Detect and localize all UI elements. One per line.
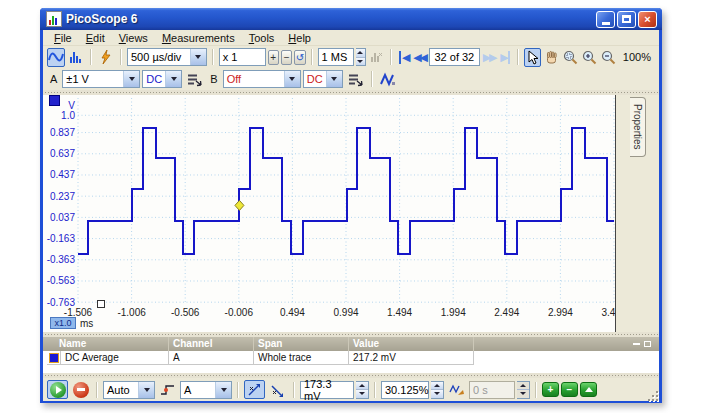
buffer-position-value: 32 of 32 xyxy=(434,51,474,63)
trigger-delay-input[interactable]: 0 s xyxy=(469,381,515,399)
channel-a-range-value: ±1 V xyxy=(63,73,123,85)
channel-a-coupling-select[interactable]: DC xyxy=(142,70,182,88)
menu-item-measurements[interactable]: Measurements xyxy=(155,32,242,44)
channel-a-range-select[interactable]: ±1 V xyxy=(62,70,140,88)
falling-edge-button[interactable] xyxy=(267,380,288,399)
measurement-channel: A xyxy=(169,351,254,365)
axis-offset-handle[interactable] xyxy=(97,300,105,308)
separator xyxy=(311,49,313,65)
add-measurement-button[interactable]: + xyxy=(542,382,559,397)
separator xyxy=(90,49,92,65)
hand-tool-button[interactable] xyxy=(543,48,560,67)
measurements-column-header-span[interactable]: Span xyxy=(254,337,349,351)
dropdown-arrow-icon xyxy=(123,71,139,87)
stop-capture-button[interactable] xyxy=(70,380,91,399)
properties-tab[interactable]: Properties xyxy=(630,97,646,157)
zoom-reset-button[interactable]: ↺ xyxy=(294,50,305,65)
scope-mode-button[interactable] xyxy=(47,48,65,67)
trigger-delay-spinner[interactable] xyxy=(517,381,530,399)
channel-a-options-button[interactable] xyxy=(184,70,205,89)
measurements-column-header-channel[interactable]: Channel xyxy=(169,337,254,351)
trigger-marker[interactable] xyxy=(235,200,244,210)
zoom-multiplier-value: x 1 xyxy=(223,51,238,63)
dropdown-arrow-icon xyxy=(284,71,300,87)
trigger-level-value: 173.3 mV xyxy=(304,378,350,402)
pre-trigger-input[interactable]: 30.125% xyxy=(381,381,429,399)
measurement-name: DC Average xyxy=(61,351,169,365)
timebase-select[interactable]: 500 µs/div xyxy=(127,48,207,66)
title-bar[interactable]: PicoScope 6 × xyxy=(40,8,662,30)
channel-options-icon xyxy=(348,72,363,87)
last-buffer-icon: ▶ xyxy=(500,51,509,64)
first-buffer-icon: ◀ xyxy=(399,51,408,64)
channel-options-icon xyxy=(187,72,202,87)
separator xyxy=(374,382,376,398)
trigger-level-spinner[interactable] xyxy=(356,381,369,399)
zoom-multiplier-increase-button[interactable]: + xyxy=(268,50,279,65)
measurement-row[interactable]: DC AverageAWhole trace217.2 mV xyxy=(43,351,659,365)
maximize-button[interactable] xyxy=(617,11,636,28)
first-buffer-button[interactable]: ◀ xyxy=(397,48,411,66)
channel-b-options-button[interactable] xyxy=(345,70,366,89)
trigger-marker-button[interactable] xyxy=(157,380,178,399)
rising-edge-button[interactable] xyxy=(244,380,265,399)
post-trigger-delay-button[interactable] xyxy=(446,380,467,399)
cursor-arrow-icon xyxy=(525,50,539,65)
zoom-out-tool-button[interactable] xyxy=(600,48,617,67)
spectrum-bars-icon xyxy=(68,49,84,65)
menu-item-tools[interactable]: Tools xyxy=(242,32,282,44)
measurement-color-swatch xyxy=(47,351,61,365)
last-buffer-button[interactable]: ▶ xyxy=(498,48,512,66)
menu-item-views[interactable]: Views xyxy=(112,32,155,44)
next-buffer-button[interactable]: ▶▶ xyxy=(482,48,496,66)
measurements-column-header-name[interactable]: Name xyxy=(47,337,169,351)
channel-a-label: A xyxy=(47,73,60,85)
zoom-multiplier-display[interactable]: x 1 xyxy=(219,48,266,66)
samples-spinner[interactable] xyxy=(356,48,366,66)
falling-edge-icon xyxy=(270,382,285,397)
measurements-column-header-value[interactable]: Value xyxy=(349,337,474,351)
dropdown-arrow-icon xyxy=(215,382,231,398)
trigger-toolbar: Auto A 173.3 mV xyxy=(43,378,659,401)
channel-b-coupling-select[interactable]: DC xyxy=(303,70,343,88)
go-icon xyxy=(50,382,66,398)
minimize-icon xyxy=(602,22,610,25)
channel-a-axis-indicator[interactable] xyxy=(49,95,60,106)
x-tick-label: 1.494 xyxy=(387,307,412,318)
measurements-panel: NameChannelSpanValue DC AverageAWhole tr… xyxy=(43,337,659,373)
panel-maximize-icon[interactable] xyxy=(644,341,651,347)
y-tick-label: 1.0 xyxy=(61,110,75,121)
spectrum-mode-button[interactable] xyxy=(67,48,85,67)
channel-b-range-select[interactable]: Off xyxy=(223,70,301,88)
delete-measurement-button[interactable]: − xyxy=(561,382,578,397)
edit-measurement-button[interactable] xyxy=(580,382,597,397)
x-tick-label: -1.006 xyxy=(117,307,146,318)
y-tick-label: 0.037 xyxy=(50,212,75,223)
trigger-source-select[interactable]: A xyxy=(180,381,232,399)
trigger-level-input[interactable]: 173.3 mV xyxy=(300,381,354,399)
menu-item-edit[interactable]: Edit xyxy=(79,32,112,44)
panel-minimize-icon[interactable] xyxy=(633,343,640,345)
resize-grip[interactable] xyxy=(646,389,658,401)
window-zoom-tool-button[interactable] xyxy=(562,48,579,67)
signal-generator-button[interactable] xyxy=(97,48,115,67)
previous-buffer-button[interactable]: ◀◀ xyxy=(413,48,427,66)
trigger-delay-value: 0 s xyxy=(473,384,488,396)
normal-selection-tool-button[interactable] xyxy=(524,48,541,67)
dropdown-arrow-icon xyxy=(326,71,342,87)
menu-item-file[interactable]: File xyxy=(47,32,79,44)
math-waveform-icon xyxy=(380,72,396,87)
x-scale-badge[interactable]: x1.0 xyxy=(50,317,76,329)
start-capture-button[interactable] xyxy=(47,380,68,399)
waveform-chart[interactable]: V1.00.8370.6370.4370.2370.037-0.163-0.36… xyxy=(43,95,615,332)
zoom-in-tool-button[interactable] xyxy=(581,48,598,67)
pre-trigger-spinner[interactable] xyxy=(431,381,444,399)
menu-item-help[interactable]: Help xyxy=(281,32,318,44)
close-button[interactable]: × xyxy=(638,11,657,28)
minimize-button[interactable] xyxy=(596,11,615,28)
zoom-multiplier-decrease-button[interactable]: − xyxy=(281,50,292,65)
trigger-mode-select[interactable]: Auto xyxy=(103,381,155,399)
samples-count-input[interactable]: 1 MS xyxy=(318,48,354,66)
samples-value: 1 MS xyxy=(322,51,348,63)
math-channels-button[interactable] xyxy=(378,70,399,89)
